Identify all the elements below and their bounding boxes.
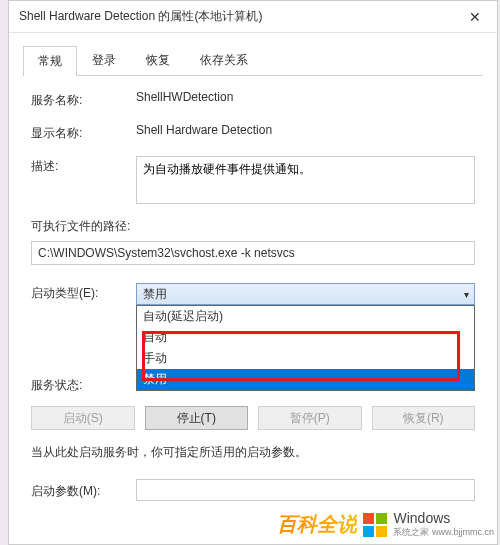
service-status-label: 服务状态: xyxy=(31,375,136,394)
window-title: Shell Hardware Detection 的属性(本地计算机) xyxy=(19,8,452,25)
dialog-content: 常规 登录 恢复 依存关系 服务名称: ShellHWDetection 显示名… xyxy=(9,33,497,519)
control-buttons: 启动(S) 停止(T) 暂停(P) 恢复(R) xyxy=(31,406,475,430)
start-params-input xyxy=(136,479,475,501)
watermark-brand: Windows xyxy=(393,510,494,526)
startup-type-selected: 禁用 xyxy=(143,286,167,303)
watermark: 百科全说 Windows 系统之家 www.bjjmmc.cn xyxy=(277,510,494,539)
startup-type-label: 启动类型(E): xyxy=(31,283,136,302)
start-params-label: 启动参数(M): xyxy=(31,481,136,500)
properties-dialog: Shell Hardware Detection 的属性(本地计算机) ✕ 常规… xyxy=(8,0,498,545)
resume-button: 恢复(R) xyxy=(372,406,476,430)
dropdown-item-auto-delayed[interactable]: 自动(延迟启动) xyxy=(137,306,474,327)
tab-logon[interactable]: 登录 xyxy=(77,45,131,75)
tab-dependencies[interactable]: 依存关系 xyxy=(185,45,263,75)
tab-recovery[interactable]: 恢复 xyxy=(131,45,185,75)
description-label: 描述: xyxy=(31,156,136,175)
watermark-badge: 百科全说 xyxy=(277,511,357,538)
executable-path-label: 可执行文件的路径: xyxy=(31,218,475,235)
startup-hint: 当从此处启动服务时，你可指定所适用的启动参数。 xyxy=(31,444,475,461)
tab-body: 服务名称: ShellHWDetection 显示名称: Shell Hardw… xyxy=(23,76,483,509)
close-icon: ✕ xyxy=(469,9,481,25)
titlebar: Shell Hardware Detection 的属性(本地计算机) ✕ xyxy=(9,1,497,33)
dropdown-item-manual[interactable]: 手动 xyxy=(137,348,474,369)
pause-button: 暂停(P) xyxy=(258,406,362,430)
executable-path-value: C:\WINDOWS\System32\svchost.exe -k netsv… xyxy=(31,241,475,265)
display-name-value: Shell Hardware Detection xyxy=(136,123,475,137)
watermark-sub: 系统之家 www.bjjmmc.cn xyxy=(393,526,494,539)
stop-button[interactable]: 停止(T) xyxy=(145,406,249,430)
dropdown-item-auto[interactable]: 自动 xyxy=(137,327,474,348)
service-name-value: ShellHWDetection xyxy=(136,90,475,104)
tab-general[interactable]: 常规 xyxy=(23,46,77,76)
tab-strip: 常规 登录 恢复 依存关系 xyxy=(23,45,483,76)
start-button: 启动(S) xyxy=(31,406,135,430)
description-textarea[interactable]: 为自动播放硬件事件提供通知。 xyxy=(136,156,475,204)
display-name-label: 显示名称: xyxy=(31,123,136,142)
windows-logo-icon xyxy=(363,513,387,537)
service-name-label: 服务名称: xyxy=(31,90,136,109)
startup-type-select[interactable]: 禁用 xyxy=(136,283,475,305)
dropdown-item-disabled[interactable]: 禁用 xyxy=(137,369,474,390)
startup-type-dropdown: 自动(延迟启动) 自动 手动 禁用 xyxy=(136,305,475,391)
close-button[interactable]: ✕ xyxy=(452,1,497,33)
